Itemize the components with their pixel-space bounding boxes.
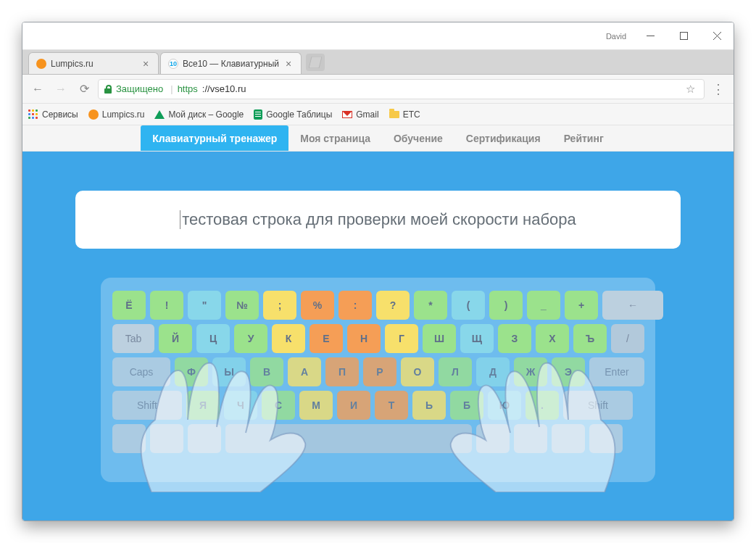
key[interactable] [225,424,472,453]
key[interactable] [188,424,221,453]
browser-menu-button[interactable]: ⋮ [709,80,728,99]
bookmark-item[interactable]: Сервисы [28,109,78,120]
bookmark-star-icon[interactable]: ☆ [682,81,698,97]
key[interactable]: К [272,324,305,353]
bookmark-label: Google Таблицы [266,109,332,120]
site-nav-item[interactable]: Клавиатурный тренажер [141,125,288,151]
key[interactable]: Э [552,357,585,386]
key[interactable]: Г [385,324,418,353]
key[interactable]: Ё [112,291,146,320]
tab-lumpics[interactable]: Lumpics.ru × [28,52,159,74]
key[interactable]: Н [347,324,381,353]
bookmark-item[interactable]: ETC [389,109,420,120]
bookmark-item[interactable]: Gmail [342,109,378,120]
key[interactable]: ← [602,291,663,320]
key[interactable]: Shift [563,391,633,420]
close-button[interactable] [700,23,734,49]
key[interactable]: ! [150,291,183,320]
key[interactable] [552,424,585,453]
key[interactable]: Ь [412,391,446,420]
key[interactable]: Д [476,357,510,386]
key[interactable]: Щ [460,324,494,353]
key[interactable]: З [498,324,531,353]
bookmark-item[interactable]: Lumpics.ru [88,109,145,120]
tab-vse10[interactable]: 10 Все10 — Клавиатурный × [160,52,302,74]
new-tab-button[interactable] [306,54,325,71]
on-screen-keyboard: Ё!"№;%:?*()_+←TabЙЦУКЕНГШЩЗХЪ/CapsФЫВАПР… [101,278,655,482]
key[interactable]: ; [263,291,296,320]
key[interactable]: ? [376,291,410,320]
key[interactable] [150,424,183,453]
site-nav-item[interactable]: Рейтинг [552,125,615,151]
tab-strip: Lumpics.ru × 10 Все10 — Клавиатурный × [22,50,734,75]
key[interactable]: В [250,357,283,386]
key[interactable]: ) [489,291,523,320]
key[interactable]: Ф [175,357,208,386]
url-host: ://vse10.ru [202,83,246,94]
key[interactable]: Т [375,391,408,420]
key[interactable]: Ч [224,391,257,420]
key[interactable]: Tab [112,324,154,353]
minimize-button[interactable] [634,23,667,49]
key[interactable]: Х [536,324,569,353]
trainer-area: тестовая строка для проверки моей скорос… [22,152,734,521]
url-separator: | [170,83,173,94]
close-icon[interactable]: × [141,59,151,69]
key[interactable]: Б [450,391,483,420]
key[interactable]: Е [310,324,343,353]
maximize-button[interactable] [667,23,700,49]
key[interactable]: Enter [589,357,644,386]
key[interactable]: _ [527,291,560,320]
key[interactable]: ( [452,291,485,320]
key[interactable]: Ш [423,324,456,353]
key[interactable]: Р [363,357,396,386]
key[interactable]: + [565,291,598,320]
key[interactable]: Caps [112,357,170,386]
key[interactable]: О [401,357,434,386]
bookmark-label: Мой диск – Google [168,109,244,120]
key[interactable]: У [234,324,267,353]
site-nav-item[interactable]: Обучение [382,125,454,151]
key[interactable]: Й [159,324,192,353]
key[interactable]: : [338,291,372,320]
key[interactable] [514,424,547,453]
key[interactable]: М [299,391,333,420]
favicon-orange-icon [36,59,46,69]
key[interactable]: . [526,391,559,420]
key[interactable]: № [225,291,259,320]
omnibox[interactable]: Защищено | https://vse10.ru ☆ [98,79,705,99]
key[interactable]: Ю [488,391,521,420]
key[interactable]: Л [439,357,472,386]
site-nav-item[interactable]: Моя страница [288,125,382,151]
key[interactable]: Ц [196,324,230,353]
key[interactable]: % [301,291,334,320]
key[interactable]: Ъ [573,324,607,353]
key[interactable] [589,424,623,453]
key[interactable] [476,424,510,453]
key[interactable]: П [325,357,359,386]
key[interactable]: Ы [212,357,246,386]
typing-text: тестовая строка для проверки моей скорос… [180,210,576,229]
bookmark-item[interactable]: Мой диск – Google [154,109,244,120]
key[interactable]: Я [186,391,220,420]
key[interactable]: " [188,291,221,320]
secure-label: Защищено [116,83,163,94]
site-nav-list: Клавиатурный тренажерМоя страницаОбучени… [141,125,615,151]
key[interactable]: И [337,391,370,420]
key[interactable]: Shift [112,391,182,420]
key[interactable]: / [611,324,644,353]
forward-button[interactable]: → [51,80,70,99]
bookmark-label: ETC [403,109,420,120]
site-nav-item[interactable]: Сертификация [454,125,552,151]
reload-button[interactable]: ⟳ [75,80,94,99]
back-button[interactable]: ← [28,80,47,99]
close-icon[interactable]: × [283,59,294,69]
key[interactable]: С [262,391,295,420]
key[interactable]: * [414,291,447,320]
key[interactable]: Ж [514,357,547,386]
key[interactable] [112,424,146,453]
typing-input[interactable]: тестовая строка для проверки моей скорос… [75,191,681,249]
key[interactable]: А [288,357,321,386]
bookmark-item[interactable]: Google Таблицы [254,109,332,120]
drive-icon [154,110,165,119]
